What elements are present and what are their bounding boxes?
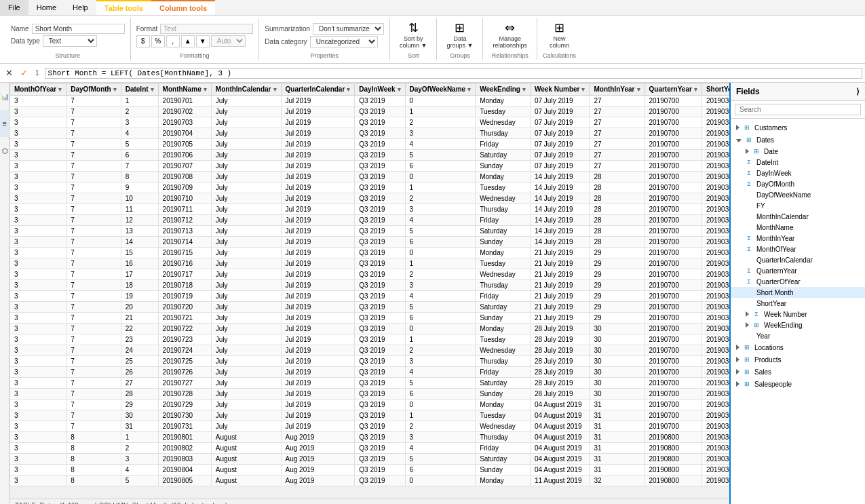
table-row[interactable]: 373120190731JulyJul 2019Q3 20192Wednesda… — [10, 421, 730, 431]
auto-select[interactable]: Auto — [211, 35, 246, 47]
table-row[interactable]: 37120190701JulyJul 2019Q3 20190Monday07 … — [10, 95, 730, 106]
table-row[interactable]: 37520190705JulyJul 2019Q3 20194Friday07 … — [10, 138, 730, 149]
field-item-quarternyear[interactable]: ΣQuarternYear — [731, 265, 865, 276]
table-cell: 23 — [121, 334, 158, 345]
report-view-icon[interactable]: 📊 — [0, 83, 9, 110]
fields-expand-icon[interactable]: ⟩ — [856, 87, 860, 96]
tab-table-tools[interactable]: Table tools — [96, 0, 151, 15]
table-row[interactable]: 372520190725JulyJul 2019Q3 20193Thursday… — [10, 355, 730, 366]
table-row[interactable]: 372120190721JulyJul 2019Q3 20196Sunday21… — [10, 312, 730, 323]
field-item-fy[interactable]: FY — [731, 200, 865, 211]
search-input[interactable] — [735, 104, 861, 115]
field-item-monthinyear[interactable]: ΣMonthInYear — [731, 233, 865, 244]
table-row[interactable]: 37720190707JulyJul 2019Q3 20196Sunday07 … — [10, 160, 730, 171]
table-cell: 20190700 — [645, 366, 701, 377]
field-item-shortyear[interactable]: ShortYear — [731, 298, 865, 309]
table-row[interactable]: 38220190802AugustAug 2019Q3 20194Friday0… — [10, 442, 730, 453]
field-item-year[interactable]: Year — [731, 330, 865, 341]
tab-home[interactable]: Home — [28, 0, 64, 15]
table-row[interactable]: 372220190722JulyJul 2019Q3 20190Monday28… — [10, 323, 730, 334]
table-row[interactable]: 38420190804AugustAug 2019Q3 20196Sunday0… — [10, 464, 730, 475]
field-item-shortmonth[interactable]: Short Month — [731, 287, 865, 298]
table-row[interactable]: 372320190723JulyJul 2019Q3 20191Tuesday2… — [10, 334, 730, 345]
field-item-monthname[interactable]: MonthName — [731, 222, 865, 233]
table-row[interactable]: 37420190704JulyJul 2019Q3 20193Thursday0… — [10, 128, 730, 138]
table-row[interactable]: 371720190717JulyJul 2019Q3 20192Wednesda… — [10, 269, 730, 279]
table-cell: 7 — [66, 421, 121, 431]
field-item-quarterincalendar[interactable]: QuarterInCalendar — [731, 254, 865, 265]
table-cell: 4 — [405, 366, 476, 377]
table-row[interactable]: 37820190708JulyJul 2019Q3 20190Monday14 … — [10, 171, 730, 182]
field-item-date[interactable]: ⊞Date — [731, 146, 865, 157]
field-item-weekending[interactable]: ⊞WeekEnding — [731, 319, 865, 330]
confirm-btn[interactable]: ✓ — [18, 67, 30, 79]
new-column-btn[interactable]: ⊞ Newcolumn — [545, 20, 573, 50]
field-item-monthincalendar[interactable]: MonthInCalendar — [731, 211, 865, 222]
table-row[interactable]: 373020190730JulyJul 2019Q3 20191Tuesday0… — [10, 410, 730, 421]
table-cell: 14 July 2019 — [530, 214, 590, 225]
field-group-header-salespeople[interactable]: ⊞Salespeople — [731, 378, 865, 390]
field-item-dateint[interactable]: ΣDateInt — [731, 157, 865, 168]
table-row[interactable]: 372720190727JulyJul 2019Q3 20195Saturday… — [10, 377, 730, 388]
field-item-monthofyear[interactable]: ΣMonthOfYear — [731, 244, 865, 254]
table-row[interactable]: 37320190703JulyJul 2019Q3 20192Wednesday… — [10, 117, 730, 128]
table-cell: July — [211, 355, 281, 366]
field-item-dayinweek[interactable]: ΣDayInWeek — [731, 168, 865, 178]
manage-relationships-btn[interactable]: ⇔ Managerelationships — [488, 20, 531, 50]
table-row[interactable]: 371920190719JulyJul 2019Q3 20194Friday21… — [10, 290, 730, 301]
table-row[interactable]: 372020190720JulyJul 2019Q3 20195Saturday… — [10, 301, 730, 312]
table-body: 37120190701JulyJul 2019Q3 20190Monday07 … — [10, 95, 730, 486]
data-view-icon[interactable]: ≡ — [0, 110, 9, 137]
grid-scroll[interactable]: MonthOfYear▾DayOfMonth▾DateInt▾MonthName… — [9, 83, 729, 499]
format-input[interactable] — [160, 24, 253, 34]
cancel-btn[interactable]: ✕ — [3, 67, 15, 79]
tab-help[interactable]: Help — [64, 0, 96, 15]
table-cell: 04 August 2019 — [530, 410, 590, 421]
table-row[interactable]: 371020190710JulyJul 2019Q3 20192Wednesda… — [10, 193, 730, 203]
table-row[interactable]: 372920190729JulyJul 2019Q3 20190Monday04… — [10, 399, 730, 410]
field-item-dayofweekname[interactable]: DayOfWeekName — [731, 189, 865, 200]
dec-increase-btn[interactable]: ▲ — [181, 35, 195, 47]
name-input[interactable] — [32, 24, 125, 34]
percent-btn[interactable]: % — [151, 35, 165, 47]
field-item-dayofmonth[interactable]: ΣDayOfMonth — [731, 178, 865, 189]
table-row[interactable]: 37220190702JulyJul 2019Q3 20191Tuesday07… — [10, 106, 730, 117]
tab-file[interactable]: File — [0, 0, 28, 15]
table-row[interactable]: 37620190706JulyJul 2019Q3 20195Saturday0… — [10, 149, 730, 160]
field-group-header-products[interactable]: ⊞Products — [731, 353, 865, 366]
table-cell: 07 July 2019 — [530, 106, 590, 117]
data-groups-btn[interactable]: ⊞ Datagroups ▼ — [442, 20, 477, 50]
table-row[interactable]: 371220190712JulyJul 2019Q3 20194Friday14… — [10, 214, 730, 225]
dec-decrease-btn[interactable]: ▼ — [196, 35, 210, 47]
table-row[interactable]: 38520190805AugustAug 2019Q3 20190Monday1… — [10, 475, 730, 486]
table-row[interactable]: 372420190724JulyJul 2019Q3 20192Wednesda… — [10, 345, 730, 355]
field-group-header-locations[interactable]: ⊞Locations — [731, 341, 865, 353]
currency-btn[interactable]: $ — [136, 35, 150, 47]
table-row[interactable]: 372820190728JulyJul 2019Q3 20196Sunday28… — [10, 388, 730, 399]
formula-input[interactable] — [45, 68, 862, 79]
table-row[interactable]: 371320190713JulyJul 2019Q3 20195Saturday… — [10, 225, 730, 236]
table-cell: 21 July 2019 — [530, 312, 590, 323]
field-group-header-customers[interactable]: ⊞Customers — [731, 121, 865, 134]
datacategory-select[interactable]: Uncategorized — [310, 36, 378, 47]
field-group-header-sales[interactable]: ⊞Sales — [731, 366, 865, 378]
table-row[interactable]: 371120190711JulyJul 2019Q3 20193Thursday… — [10, 203, 730, 214]
datatype-select[interactable]: Text — [43, 35, 97, 47]
sort-by-column-btn[interactable]: ⇅ Sort bycolumn ▼ — [396, 20, 431, 50]
tab-column-tools[interactable]: Column tools — [151, 0, 215, 15]
comma-btn[interactable]: , — [166, 35, 180, 47]
table-row[interactable]: 372620190726JulyJul 2019Q3 20194Friday28… — [10, 366, 730, 377]
field-group-header-dates[interactable]: ⊞Dates — [731, 134, 865, 146]
table-row[interactable]: 37920190709JulyJul 2019Q3 20191Tuesday14… — [10, 182, 730, 193]
table-row[interactable]: 371420190714JulyJul 2019Q3 20196Sunday14… — [10, 236, 730, 247]
model-view-icon[interactable]: ⬡ — [0, 137, 9, 164]
table-cell: 20190800 — [645, 464, 701, 475]
field-item-quarterofyear[interactable]: ΣQuarterOfYear — [731, 276, 865, 287]
table-row[interactable]: 371820190718JulyJul 2019Q3 20193Thursday… — [10, 279, 730, 290]
table-row[interactable]: 371520190715JulyJul 2019Q3 20190Monday21… — [10, 247, 730, 258]
table-row[interactable]: 371620190716JulyJul 2019Q3 20191Tuesday2… — [10, 258, 730, 269]
summarization-select[interactable]: Don't summarize — [313, 23, 384, 35]
table-row[interactable]: 38120190801AugustAug 2019Q3 20193Thursda… — [10, 431, 730, 442]
table-row[interactable]: 38320190803AugustAug 2019Q3 20195Saturda… — [10, 453, 730, 464]
field-item-weeknumber[interactable]: ΣWeek Number — [731, 309, 865, 319]
